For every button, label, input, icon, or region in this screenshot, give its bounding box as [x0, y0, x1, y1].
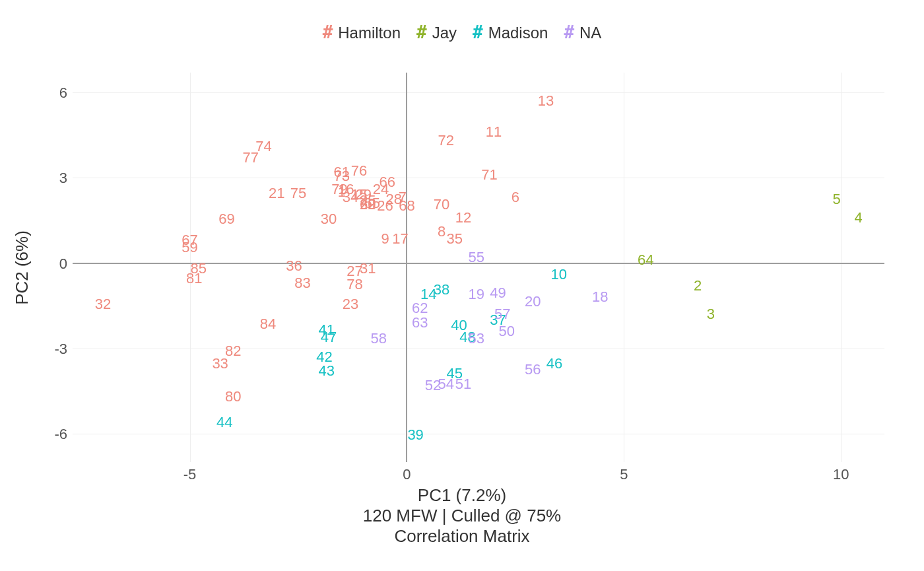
- legend-symbol: #: [564, 22, 579, 42]
- legend-item: #Jay: [416, 22, 457, 42]
- legend-label: Jay: [432, 24, 457, 42]
- chart: #Hamilton#Jay#Madison#NA PC2 (6%) 167891…: [0, 0, 924, 571]
- x-tick-label: 0: [387, 466, 426, 483]
- y-tick-label: -3: [28, 341, 67, 356]
- legend-symbol: #: [323, 22, 339, 42]
- x-tick-label: -5: [170, 466, 210, 483]
- x-axis-ticks: -50510: [73, 462, 884, 482]
- legend-label: Hamilton: [338, 24, 401, 42]
- legend-label: NA: [579, 24, 601, 42]
- x-tick-label: 5: [604, 466, 644, 483]
- legend-item: #NA: [564, 22, 601, 42]
- legend-item: #Hamilton: [323, 22, 401, 42]
- legend: #Hamilton#Jay#Madison#NA: [0, 22, 924, 42]
- y-axis-ticks: -6-3036: [0, 73, 73, 462]
- y-tick-label: 3: [28, 170, 67, 185]
- y-tick-label: 6: [28, 84, 67, 100]
- legend-symbol: #: [416, 22, 432, 42]
- legend-symbol: #: [473, 22, 488, 42]
- legend-item: #Madison: [473, 22, 548, 42]
- x-axis-title: PC1 (7.2%) 120 MFW | Culled @ 75% Correl…: [0, 485, 924, 547]
- x-tick-label: 10: [821, 466, 861, 483]
- plot-area: 1678911121315161721222324252627282930313…: [73, 73, 884, 462]
- y-tick-label: -6: [28, 426, 67, 442]
- legend-label: Madison: [488, 24, 548, 42]
- y-tick-label: 0: [28, 255, 67, 271]
